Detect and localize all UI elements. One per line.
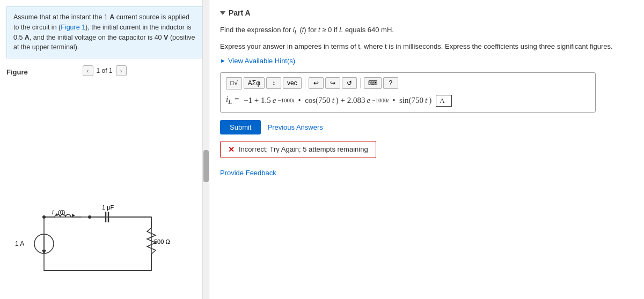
inductor-current-label: i: [52, 209, 54, 215]
part-label: Part A: [229, 9, 251, 17]
question-line1: Find the expression for iL (t) for t ≥ 0…: [220, 25, 633, 37]
capacitor-label: 1 μF: [102, 204, 114, 211]
hint-link-text: View Available Hint(s): [228, 57, 295, 65]
sigma-button[interactable]: AΣφ: [244, 77, 265, 89]
scrollbar[interactable]: [202, 0, 209, 299]
previous-answers-link[interactable]: Previous Answers: [267, 123, 323, 131]
math-expression: −1 + 1.5e−1000t • cos(750t) + 2.083e−100…: [244, 96, 431, 105]
collapse-icon[interactable]: [220, 11, 225, 15]
toolbar-separator2: [360, 78, 361, 88]
hint-arrow-icon: ►: [220, 57, 226, 64]
il-symbol: iL: [293, 26, 298, 34]
il-label: iL =: [226, 95, 239, 106]
assumption-text: Assume that at the instant the 1 A curre…: [13, 13, 195, 51]
figure-label: Figure: [6, 68, 28, 76]
svg-rect-0: [44, 217, 151, 271]
prev-figure-button[interactable]: ‹: [82, 65, 93, 76]
math-toolbar: □√ AΣφ ↕ vec ↩ ↪ ↺ ⌨ ?: [226, 77, 590, 89]
assumption-box: Assume that at the instant the 1 A curre…: [6, 6, 202, 58]
hint-link[interactable]: ► View Available Hint(s): [220, 57, 633, 65]
vec-button[interactable]: vec: [283, 77, 302, 89]
redo-button[interactable]: ↪: [325, 77, 340, 89]
incorrect-badge: ✕ Incorrect; Try Again; 5 attempts remai…: [220, 141, 376, 158]
submit-button[interactable]: Submit: [220, 120, 261, 134]
sqrt-button[interactable]: □√: [226, 77, 242, 89]
right-panel: Part A Find the expression for iL (t) fo…: [209, 0, 644, 299]
resistor-label: 500 Ω: [154, 238, 170, 245]
next-figure-button[interactable]: ›: [116, 65, 127, 76]
math-expression-display[interactable]: iL = −1 + 1.5e−1000t • cos(750t) + 2.083…: [226, 94, 590, 108]
figure-link[interactable]: Figure 1: [61, 24, 85, 31]
math-input-container: □√ AΣφ ↕ vec ↩ ↪ ↺ ⌨ ? iL = −1 + 1.5e−10…: [220, 72, 596, 113]
incorrect-text: Incorrect; Try Again; 5 attempts remaini…: [239, 145, 368, 153]
part-header: Part A: [220, 9, 633, 17]
keyboard-button[interactable]: ⌨: [364, 77, 382, 89]
answer-unit-box: A: [436, 95, 452, 107]
reset-button[interactable]: ↺: [342, 77, 357, 89]
provide-feedback-link[interactable]: Provide Feedback: [220, 169, 276, 177]
submit-area: Submit Previous Answers: [220, 120, 633, 134]
current-source-label: 1 A: [15, 240, 24, 248]
updown-button[interactable]: ↕: [266, 77, 281, 89]
figure-page: 1 of 1: [96, 67, 112, 74]
figure-nav: ‹ 1 of 1 ›: [82, 65, 126, 76]
undo-button[interactable]: ↩: [309, 77, 324, 89]
scrollbar-thumb[interactable]: [203, 150, 209, 182]
x-icon: ✕: [228, 145, 235, 154]
toolbar-separator: [305, 78, 305, 88]
question-line2: Express your answer in amperes in terms …: [220, 41, 633, 53]
figure-area: Figure ‹ 1 of 1 › 1 A i: [0, 63, 209, 299]
svg-marker-7: [72, 214, 75, 217]
circuit-svg: 1 A i L (0): [12, 201, 173, 287]
circuit-diagram: 1 A i L (0): [12, 201, 173, 288]
left-panel: Assume that at the instant the 1 A curre…: [0, 0, 209, 299]
help-button[interactable]: ?: [383, 77, 398, 89]
